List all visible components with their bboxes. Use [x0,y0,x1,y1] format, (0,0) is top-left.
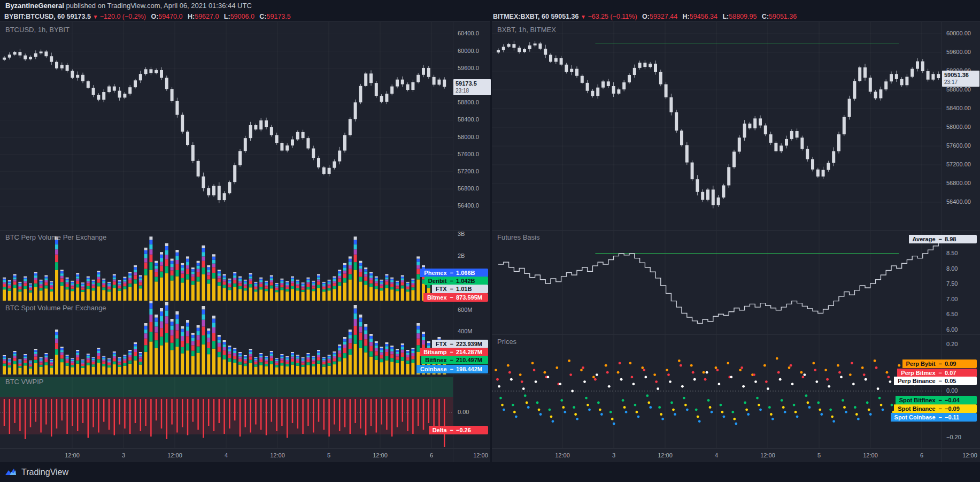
brand-name: TradingView [21,468,68,477]
time-axis-label: 12:00 [555,452,570,458]
vwpip-delta-label: Delta−−0.26 [373,426,488,434]
left-open-value: 59470.0 [158,13,182,20]
spot-volume-pane-title: BTC Spot Volume Per Exchange [5,304,106,312]
time-axis-label: 12:00 [270,452,285,458]
prices-series-label: Perp Bitmex−0.07 [861,369,977,377]
pane-separator[interactable] [492,230,980,231]
prices-series-label: Spot Coinbase−−0.11 [861,413,977,422]
prices-series-label: Perp Bybit−0.09 [861,359,977,368]
axis-label: 0.00 [458,409,469,415]
axis-label: 400M [458,328,473,334]
axis-label: 57600.00 [946,142,971,149]
right-price-pane[interactable] [492,21,942,230]
axis-label: 7.00 [946,296,958,302]
left-close-label: C: [259,13,266,20]
axis-label: 56800.00 [946,180,971,186]
tradingview-published-chart: ByzantineGeneral published on TradingVie… [0,0,980,482]
spot-volume-series-label: Bitfinex−210.497M [373,356,488,364]
axis-label: 6.00 [946,326,958,333]
time-axis-label: 12:00 [962,452,977,458]
axis-label: 8.50 [946,250,958,256]
right-open-value: 59327.44 [650,13,677,20]
axis-label: 59600.00 [946,49,971,55]
axis-label: 7.50 [946,280,958,287]
axis-label: −0.20 [946,434,961,440]
left-price-pane[interactable] [0,21,453,230]
last-price-label: 59051.3623:17 [942,71,979,87]
time-axis-label: 12:00 [760,452,775,458]
left-symbol[interactable]: BYBIT:BTCUSD, 60 [4,13,65,20]
time-axis-label: 3 [122,452,125,458]
prices-pane[interactable] [492,334,942,448]
time-axis-label: 5 [817,452,821,458]
right-high-label: H: [683,13,690,20]
left-chart-legend[interactable]: BYBIT:BTCUSD, 60 59173.5 ▼ −120.0 (−0.2%… [4,12,291,21]
axis-label: 57600.0 [458,151,479,157]
axis-label: 3B [458,231,465,237]
left-open-label: O: [151,13,158,20]
axis-label: 56800.0 [458,185,479,192]
right-close-label: C: [762,13,769,20]
prices-series-label: Perp Binance−0.05 [861,377,977,385]
left-last-price: 59173.5 [67,13,91,20]
prices-series-label: Spot Binance−−0.09 [861,404,977,413]
axis-label: 0.20 [946,341,958,347]
right-low-label: L: [722,13,729,20]
time-axis-label: 6 [920,452,923,458]
right-chart-legend[interactable]: BITMEX:BXBT, 60 59051.36 ▼ −63.25 (−0.11… [493,12,797,21]
left-low-label: L: [224,13,230,20]
right-symbol[interactable]: BITMEX:BXBT, 60 [493,13,549,20]
pane-separator[interactable] [492,334,980,335]
time-axis-label: 12:00 [473,452,488,458]
publisher-name: ByzantineGeneral [5,2,64,10]
perp-volume-series-label: Deribit−1.042B [373,277,488,285]
perp-volume-series-label: Phemex−1.066B [373,269,488,277]
prices-series-label: Spot Bitfinex−−0.04 [861,396,977,404]
pane-separator[interactable] [0,374,490,375]
tradingview-logo-icon [4,466,17,479]
axis-label: 60000.0 [458,48,479,54]
last-price-label: 59173.523:18 [453,79,491,95]
left-price-pane-title: BTCUSD, 1h, BYBIT [5,26,70,34]
right-last-price: 59051.36 [551,13,578,20]
prices-pane-title: Prices [497,338,516,346]
down-arrow-icon: ▼ [92,14,98,20]
perp-volume-series-label: FTX−1.01B [373,285,488,293]
axis-label: 58000.00 [946,124,971,130]
axis-label: 8.00 [946,265,958,272]
pane-separator[interactable] [0,230,490,231]
right-change: −63.25 (−0.11%) [588,13,637,20]
perp-volume-pane-title: BTC Perp Volume Per Exchange [5,233,106,241]
axis-label: 56400.0 [458,202,479,209]
down-arrow-icon: ▼ [581,14,586,20]
right-high-value: 59456.34 [690,13,717,20]
left-low-value: 59006.0 [230,13,254,20]
futures-basis-pane[interactable] [492,230,942,334]
publish-header: ByzantineGeneral published on TradingVie… [0,0,980,12]
spot-volume-series-label: Coinbase−198.442M [373,365,488,373]
futures-basis-pane-title: Futures Basis [497,233,539,241]
time-axis-label: 4 [715,452,718,458]
right-price-pane-title: BXBT, 1h, BITMEX [497,26,556,34]
time-axis-label: 12:00 [863,452,878,458]
axis-label: 60000.00 [946,30,971,36]
time-axis-label: 12:00 [167,452,182,458]
time-axis-label: 6 [430,452,433,458]
axis-label: 57200.00 [946,161,971,167]
time-axis-label: 4 [225,452,228,458]
axis-label: 56400.00 [946,198,971,205]
basis-average-label: Average−8.98 [861,235,977,243]
vwpip-pane-title: BTC VWPIP [5,378,44,386]
spot-volume-series-label: Bitsamp−214.287M [373,348,488,356]
vwpip-pane[interactable] [0,374,453,448]
axis-label: 58400.00 [946,105,971,111]
right-low-value: 58809.95 [729,13,757,20]
axis-label: 59600.0 [458,65,479,71]
axis-label: 60400.0 [458,30,479,36]
right-open-label: O: [642,13,650,20]
left-high-label: H: [188,13,195,20]
axis-label: 58800.0 [458,99,479,105]
axis-label: 6.50 [946,311,958,317]
time-axis-label: 3 [612,452,615,458]
time-axis-label: 12:00 [373,452,388,458]
